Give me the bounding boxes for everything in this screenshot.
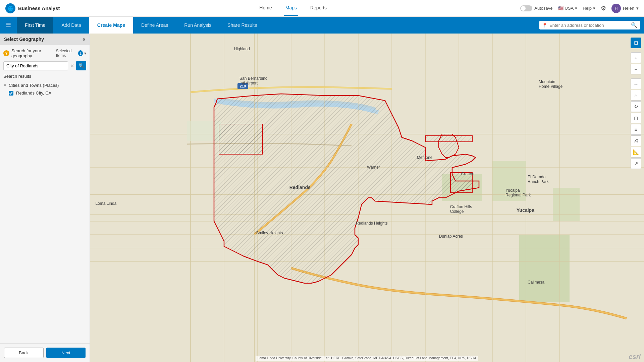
country-label: USA bbox=[565, 6, 574, 11]
category-label: Cities and Towns (Places) bbox=[9, 83, 59, 88]
esri-logo: esri bbox=[629, 353, 641, 361]
location-search-input[interactable] bbox=[549, 23, 629, 28]
measure-button[interactable]: 📐 bbox=[631, 147, 641, 158]
zoom-out-button[interactable]: − bbox=[631, 64, 641, 74]
sidebar-header: Select Geography « bbox=[0, 34, 90, 45]
collapse-sidebar-button[interactable]: « bbox=[83, 36, 86, 42]
print-button[interactable]: 🖨 bbox=[631, 135, 641, 146]
clear-search-button[interactable]: ✕ bbox=[69, 62, 75, 69]
nav-right: Autosave 🇺🇸 USA ▾ Help ▾ ⚙ H Helen ▾ bbox=[520, 4, 639, 13]
nav-maps[interactable]: Maps bbox=[284, 0, 298, 16]
next-button[interactable]: Next bbox=[46, 348, 86, 358]
map-attribution: Loma Linda University, County of Riversi… bbox=[256, 356, 478, 361]
user-chevron: ▾ bbox=[636, 6, 639, 11]
avatar-initials: H bbox=[615, 6, 618, 11]
step-create-maps[interactable]: Create Maps bbox=[89, 17, 133, 34]
layers-button[interactable]: ≡ bbox=[631, 124, 641, 135]
user-menu[interactable]: H Helen ▾ bbox=[611, 4, 639, 13]
selected-chevron-icon: ▾ bbox=[84, 51, 86, 56]
map-background: 210 bbox=[90, 34, 644, 362]
main-content: Select Geography « ? Search for your geo… bbox=[0, 34, 644, 362]
country-chevron: ▾ bbox=[575, 6, 577, 11]
sidebar-body: ? Search for your geography. Selected It… bbox=[0, 45, 90, 343]
pan-tool-button[interactable]: ↔ bbox=[631, 78, 641, 89]
nav-home[interactable]: Home bbox=[258, 0, 273, 16]
brand-name: Business Analyst bbox=[18, 5, 60, 11]
help-button[interactable]: Help ▾ bbox=[583, 6, 595, 11]
step-define-areas-label: Define Areas bbox=[141, 22, 168, 28]
workflow-bar: ☰ First Time Add Data Create Maps Define… bbox=[0, 17, 644, 34]
selected-items-label: Selected Items bbox=[56, 49, 77, 58]
autosave-label: Autosave bbox=[534, 6, 552, 11]
sidebar-footer: Back Next bbox=[0, 343, 90, 362]
step-first-time[interactable]: First Time bbox=[17, 17, 53, 34]
result-checkbox[interactable] bbox=[9, 91, 13, 96]
category-collapse-icon: ▼ bbox=[3, 83, 7, 87]
location-search-bar[interactable]: 📍 🔍 bbox=[539, 21, 640, 29]
user-name: Helen bbox=[623, 6, 634, 11]
svg-rect-40 bbox=[450, 173, 472, 193]
result-item-redlands[interactable]: Redlands City, CA bbox=[3, 89, 86, 97]
location-search-icon: 📍 bbox=[542, 23, 547, 28]
refresh-button[interactable]: ↻ bbox=[631, 101, 641, 112]
help-label: Help bbox=[583, 6, 592, 11]
step-run-analysis-label: Run Analysis bbox=[184, 22, 211, 28]
workflow-steps: First Time Add Data Create Maps Define A… bbox=[17, 17, 539, 34]
brand-logo[interactable]: 🌐 Business Analyst bbox=[5, 3, 66, 13]
step-share-results[interactable]: Share Results bbox=[219, 17, 265, 34]
step-share-results-label: Share Results bbox=[227, 22, 257, 28]
search-geography-button[interactable]: 🔍 bbox=[76, 61, 86, 70]
toggle-track bbox=[520, 5, 532, 11]
nav-reports[interactable]: Reports bbox=[309, 0, 328, 16]
select-tool-button[interactable]: ◻ bbox=[631, 113, 641, 123]
grid-view-button[interactable]: ⊞ bbox=[631, 38, 641, 48]
nav-links: Home Maps Reports bbox=[74, 0, 512, 16]
svg-rect-4 bbox=[553, 188, 580, 221]
location-search-submit[interactable]: 🔍 bbox=[631, 22, 637, 28]
search-input-row: ✕ 🔍 bbox=[3, 61, 86, 70]
search-geo-label-text: Search for your geography. bbox=[11, 48, 54, 58]
map-toolbar: ⊞ + − ↔ ⌂ ↻ ◻ ≡ 🖨 📐 ↗ bbox=[631, 38, 641, 169]
svg-rect-3 bbox=[519, 235, 570, 302]
search-geo-section: ? Search for your geography. Selected It… bbox=[3, 48, 86, 58]
sidebar-title: Select Geography bbox=[4, 37, 44, 42]
country-selector[interactable]: 🇺🇸 USA ▾ bbox=[558, 6, 578, 11]
toggle-thumb bbox=[521, 6, 526, 11]
zoom-in-button[interactable]: + bbox=[631, 52, 641, 63]
step-first-time-label: First Time bbox=[25, 22, 45, 28]
svg-rect-42 bbox=[425, 136, 472, 142]
help-chevron: ▾ bbox=[593, 6, 595, 11]
step-add-data-label: Add Data bbox=[61, 22, 81, 28]
avatar: H bbox=[611, 4, 621, 13]
map-area[interactable]: 210 bbox=[90, 34, 644, 362]
help-circle-icon: ? bbox=[3, 50, 9, 56]
category-header[interactable]: ▼ Cities and Towns (Places) bbox=[3, 81, 86, 89]
autosave-toggle[interactable]: Autosave bbox=[520, 5, 552, 11]
result-item-label: Redlands City, CA bbox=[16, 90, 51, 96]
step-add-data[interactable]: Add Data bbox=[53, 17, 89, 34]
svg-text:210: 210 bbox=[240, 84, 246, 88]
step-define-areas[interactable]: Define Areas bbox=[133, 17, 176, 34]
hamburger-menu[interactable]: ☰ bbox=[0, 17, 17, 34]
sidebar: Select Geography « ? Search for your geo… bbox=[0, 34, 90, 362]
flag-icon: 🇺🇸 bbox=[558, 6, 564, 11]
result-category: ▼ Cities and Towns (Places) Redlands Cit… bbox=[3, 81, 86, 97]
share-map-button[interactable]: ↗ bbox=[631, 158, 641, 169]
selected-count: 1 bbox=[79, 51, 82, 55]
step-run-analysis[interactable]: Run Analysis bbox=[176, 17, 219, 34]
svg-rect-35 bbox=[219, 124, 263, 154]
search-results-label: Search results bbox=[3, 74, 86, 79]
back-button[interactable]: Back bbox=[4, 348, 44, 358]
geography-search-input[interactable] bbox=[3, 61, 68, 70]
step-create-maps-label: Create Maps bbox=[97, 22, 125, 28]
top-navigation: 🌐 Business Analyst Home Maps Reports Aut… bbox=[0, 0, 644, 17]
settings-button[interactable]: ⚙ bbox=[601, 5, 606, 12]
selected-count-badge: 1 bbox=[78, 50, 83, 56]
selected-items-counter: Selected Items 1 ▾ bbox=[56, 49, 86, 58]
home-view-button[interactable]: ⌂ bbox=[631, 90, 641, 101]
brand-icon: 🌐 bbox=[5, 3, 15, 13]
